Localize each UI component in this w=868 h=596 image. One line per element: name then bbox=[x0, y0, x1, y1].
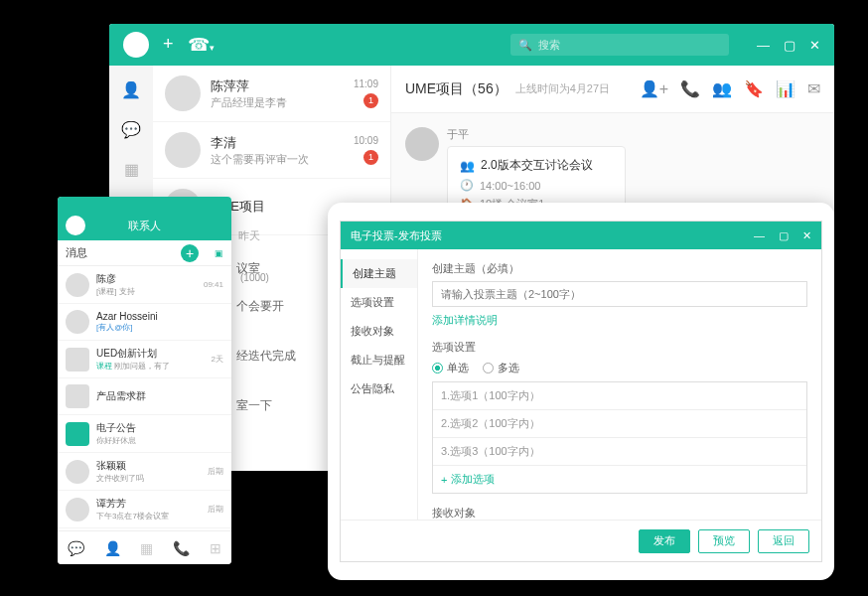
nav-apps-icon[interactable]: ▦ bbox=[121, 159, 141, 179]
nav-chat-icon[interactable]: 💬 bbox=[121, 119, 141, 139]
tablet-frame: 电子投票-发布投票 — ▢ ✕ 创建主题 选项设置 接收对象 截止与提醒 公告隐… bbox=[328, 203, 834, 580]
list-item[interactable]: 张颖颖文件收到了吗后期 bbox=[58, 453, 231, 491]
nav-contacts-icon[interactable]: 👤 bbox=[121, 79, 141, 99]
search-placeholder: 搜索 bbox=[538, 38, 560, 53]
chat-fragment: 昨天 bbox=[238, 228, 260, 243]
phone-tabbar: 💬 👤 ▦ 📞 ⊞ bbox=[58, 530, 231, 564]
publish-button[interactable]: 发布 bbox=[639, 529, 690, 553]
topic-input[interactable] bbox=[432, 281, 807, 307]
nav-options[interactable]: 选项设置 bbox=[341, 288, 417, 317]
close-icon[interactable]: ✕ bbox=[802, 229, 811, 242]
radio-multi[interactable]: 多选 bbox=[483, 361, 519, 375]
sender-name: 于平 bbox=[447, 127, 626, 142]
tab-discover-icon[interactable]: ⊞ bbox=[210, 540, 221, 556]
search-icon: 🔍 bbox=[518, 39, 532, 52]
call-icon[interactable]: 📞 bbox=[680, 79, 700, 98]
conv-time: 11:09 bbox=[354, 78, 378, 89]
search-input[interactable]: 🔍 搜索 bbox=[510, 34, 729, 56]
tab-contacts-icon[interactable]: 👤 bbox=[104, 540, 121, 556]
list-item[interactable]: 产品需求群 bbox=[58, 378, 231, 415]
nav-deadline[interactable]: 截止与提醒 bbox=[341, 346, 417, 374]
avatar[interactable] bbox=[123, 32, 149, 58]
window-controls: — ▢ ✕ bbox=[757, 38, 820, 53]
list-item[interactable]: 电子公告你好好休息 bbox=[58, 415, 231, 453]
meeting-icon: 👥 bbox=[460, 159, 475, 173]
chat-title: UME项目（56） bbox=[405, 80, 507, 98]
recipients-label: 接收对象 bbox=[432, 506, 807, 520]
list-item[interactable]: UED创新计划课程 刚加问题，有了2天 bbox=[58, 341, 231, 378]
add-icon[interactable]: + bbox=[163, 34, 174, 56]
chat-subtitle: 上线时间为4月27日 bbox=[515, 81, 610, 96]
preview-button[interactable]: 预览 bbox=[698, 529, 750, 553]
conv-time: 10:09 bbox=[354, 135, 378, 146]
contacts-icon[interactable]: ▣ bbox=[215, 248, 223, 258]
group-icon[interactable]: 👥 bbox=[712, 79, 732, 98]
nav-recipients[interactable]: 接收对象 bbox=[341, 317, 417, 346]
voting-dialog: 电子投票-发布投票 — ▢ ✕ 创建主题 选项设置 接收对象 截止与提醒 公告隐… bbox=[340, 221, 822, 562]
titlebar: + ☎▾ 🔍 搜索 — ▢ ✕ bbox=[109, 24, 834, 66]
chat-fragment: (1000) bbox=[240, 272, 269, 283]
dialog-title-text: 电子投票-发布投票 bbox=[351, 228, 442, 243]
option-input[interactable]: 3.选项3（100字内） bbox=[433, 438, 806, 466]
bookmark-icon[interactable]: 🔖 bbox=[744, 79, 764, 98]
unread-badge: 1 bbox=[363, 93, 378, 108]
back-button[interactable]: 返回 bbox=[758, 529, 809, 553]
stats-icon[interactable]: 📊 bbox=[776, 79, 796, 98]
conv-name: 陈萍萍 bbox=[211, 77, 344, 95]
messages-tab[interactable]: 消息 bbox=[66, 245, 87, 260]
maximize-icon[interactable]: ▢ bbox=[784, 38, 796, 53]
mail-icon[interactable]: ✉ bbox=[807, 79, 820, 98]
tab-call-icon[interactable]: 📞 bbox=[173, 540, 190, 556]
plus-icon: + bbox=[441, 474, 447, 486]
minimize-icon[interactable]: — bbox=[757, 38, 770, 53]
chat-actions: 👤+ 📞 👥 🔖 📊 ✉ bbox=[640, 79, 820, 98]
option-list: 1.选项1（100字内） 2.选项2（100字内） 3.选项3（100字内） +… bbox=[432, 381, 807, 494]
conv-name: 李清 bbox=[211, 134, 344, 152]
avatar bbox=[165, 75, 201, 111]
add-detail-link[interactable]: 添加详情说明 bbox=[432, 313, 807, 328]
chat-header: UME项目（56） 上线时间为4月27日 👤+ 📞 👥 🔖 📊 ✉ bbox=[391, 66, 834, 113]
message-avatar bbox=[405, 127, 439, 161]
tab-work-icon[interactable]: ▦ bbox=[140, 540, 153, 556]
card-title: 2.0版本交互讨论会议 bbox=[481, 157, 593, 174]
radio-single[interactable]: 单选 bbox=[432, 361, 469, 375]
list-item[interactable]: Azar Hosseini[有人@你] bbox=[58, 304, 231, 341]
card-time: 14:00~16:00 bbox=[480, 180, 540, 192]
conv-preview: 这个需要再评审一次 bbox=[211, 152, 344, 167]
chat-fragment: 个会要开 bbox=[236, 298, 284, 315]
tab-chat-icon[interactable]: 💬 bbox=[68, 540, 84, 556]
close-icon[interactable]: ✕ bbox=[809, 38, 820, 53]
phone-tabs: 消息 + ▣ bbox=[58, 240, 231, 266]
dialog-footer: 发布 预览 返回 bbox=[341, 520, 821, 561]
nav-privacy[interactable]: 公告隐私 bbox=[341, 374, 417, 403]
chat-fragment: 经迭代完成 bbox=[236, 348, 296, 365]
phone-conversation-list: 陈彦[课程] 支持09:41 Azar Hosseini[有人@你] UED创新… bbox=[58, 266, 231, 564]
conversation-item[interactable]: 李清这个需要再评审一次 10:091 bbox=[153, 122, 390, 179]
conversation-item[interactable]: 陈萍萍产品经理是李青 11:091 bbox=[153, 66, 390, 122]
new-chat-button[interactable]: + bbox=[181, 244, 199, 262]
chat-fragment: 室一下 bbox=[236, 397, 272, 414]
phone-header: 联系人 bbox=[58, 211, 231, 240]
dialog-titlebar: 电子投票-发布投票 — ▢ ✕ bbox=[341, 222, 821, 249]
phone-status-bar bbox=[58, 197, 231, 211]
add-user-icon[interactable]: 👤+ bbox=[640, 79, 668, 98]
option-input[interactable]: 2.选项2（100字内） bbox=[433, 410, 806, 438]
list-item[interactable]: 谭芳芳下午3点在7楼会议室后期 bbox=[58, 491, 231, 528]
avatar bbox=[165, 132, 201, 168]
topic-label: 创建主题（必填） bbox=[432, 261, 807, 276]
minimize-icon[interactable]: — bbox=[754, 229, 765, 242]
phone-icon[interactable]: ☎▾ bbox=[188, 34, 215, 56]
nav-create-topic[interactable]: 创建主题 bbox=[341, 259, 417, 288]
add-option-button[interactable]: +添加选项 bbox=[433, 466, 806, 493]
phone-title: 联系人 bbox=[128, 219, 161, 233]
list-item[interactable]: 陈彦[课程] 支持09:41 bbox=[58, 266, 231, 304]
dialog-nav: 创建主题 选项设置 接收对象 截止与提醒 公告隐私 bbox=[341, 249, 418, 520]
options-label: 选项设置 bbox=[432, 340, 807, 355]
maximize-icon[interactable]: ▢ bbox=[779, 229, 789, 242]
unread-badge: 1 bbox=[363, 150, 378, 165]
avatar[interactable] bbox=[66, 216, 85, 235]
dialog-main: 创建主题（必填） 添加详情说明 选项设置 单选 多选 1.选项1（100字内） … bbox=[418, 249, 821, 520]
phone-mockup: 联系人 消息 + ▣ 陈彦[课程] 支持09:41 Azar Hosseini[… bbox=[58, 197, 231, 564]
clock-icon: 🕐 bbox=[460, 179, 474, 192]
option-input[interactable]: 1.选项1（100字内） bbox=[433, 382, 806, 410]
